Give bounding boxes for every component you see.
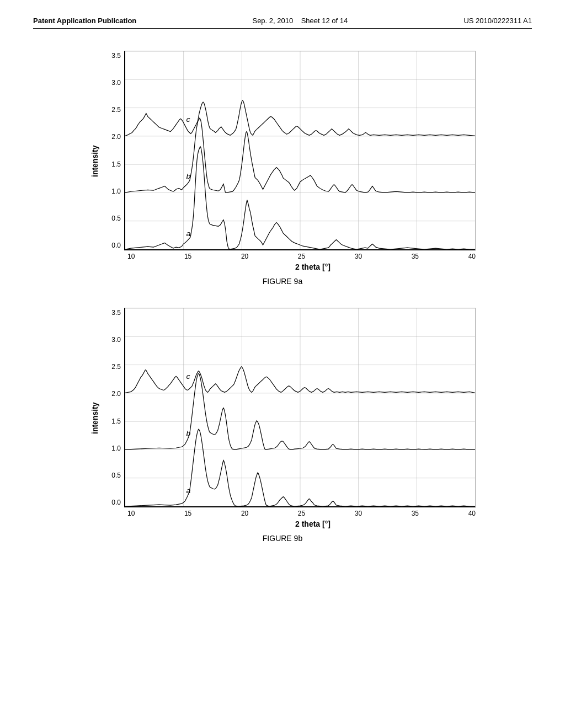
figure-9a-container: intensity 3.5 3.0 2.5 2.0 1.5 1.0 0.5 0.… bbox=[33, 51, 532, 286]
page-header: Patent Application Publication Sep. 2, 2… bbox=[33, 17, 532, 29]
chart-svg-9a: a b c bbox=[125, 51, 475, 249]
x-axis-9a: 10 15 20 25 30 35 40 bbox=[127, 250, 476, 260]
figure-9b-caption: FIGURE 9b bbox=[263, 534, 302, 543]
chart-area-9b: 3.5 3.0 2.5 2.0 1.5 1.0 0.5 0.0 bbox=[105, 308, 476, 528]
chart-9a: intensity 3.5 3.0 2.5 2.0 1.5 1.0 0.5 0.… bbox=[89, 51, 476, 271]
page: Patent Application Publication Sep. 2, 2… bbox=[0, 0, 565, 728]
chart-svg-9b: a b c bbox=[125, 308, 475, 506]
svg-text:c: c bbox=[186, 115, 190, 124]
x-ticks-9b: 10 15 20 25 30 35 40 bbox=[127, 507, 476, 517]
y-axis-label-9a: intensity bbox=[89, 51, 100, 271]
header-date: Sep. 2, 2010 Sheet 12 of 14 bbox=[252, 17, 348, 25]
x-axis-9b: 10 15 20 25 30 35 40 bbox=[127, 507, 476, 517]
chart-plot-area-9b: 3.5 3.0 2.5 2.0 1.5 1.0 0.5 0.0 bbox=[105, 308, 476, 507]
figure-9a-caption: FIGURE 9a bbox=[263, 277, 302, 286]
chart-area-9a: 3.5 3.0 2.5 2.0 1.5 1.0 0.5 0.0 bbox=[105, 51, 476, 271]
header-patent-number: US 2010/0222311 A1 bbox=[463, 17, 532, 25]
svg-text:a: a bbox=[186, 229, 190, 238]
x-ticks-9a: 10 15 20 25 30 35 40 bbox=[127, 250, 476, 260]
svg-text:c: c bbox=[186, 372, 190, 381]
chart-plot-9a: a b c bbox=[124, 51, 476, 250]
y-ticks-9b: 3.5 3.0 2.5 2.0 1.5 1.0 0.5 0.0 bbox=[105, 308, 124, 507]
figure-9b-container: intensity 3.5 3.0 2.5 2.0 1.5 1.0 0.5 0.… bbox=[33, 308, 532, 543]
y-ticks-9a: 3.5 3.0 2.5 2.0 1.5 1.0 0.5 0.0 bbox=[105, 51, 124, 250]
chart-plot-area-9a: 3.5 3.0 2.5 2.0 1.5 1.0 0.5 0.0 bbox=[105, 51, 476, 250]
chart-plot-9b: a b c bbox=[124, 308, 476, 507]
y-axis-label-9b: intensity bbox=[89, 308, 100, 528]
x-axis-label-9a: 2 theta [°] bbox=[127, 263, 498, 271]
x-axis-label-9b: 2 theta [°] bbox=[127, 520, 498, 528]
chart-9b: intensity 3.5 3.0 2.5 2.0 1.5 1.0 0.5 0.… bbox=[89, 308, 476, 528]
header-publication-label: Patent Application Publication bbox=[33, 17, 136, 25]
